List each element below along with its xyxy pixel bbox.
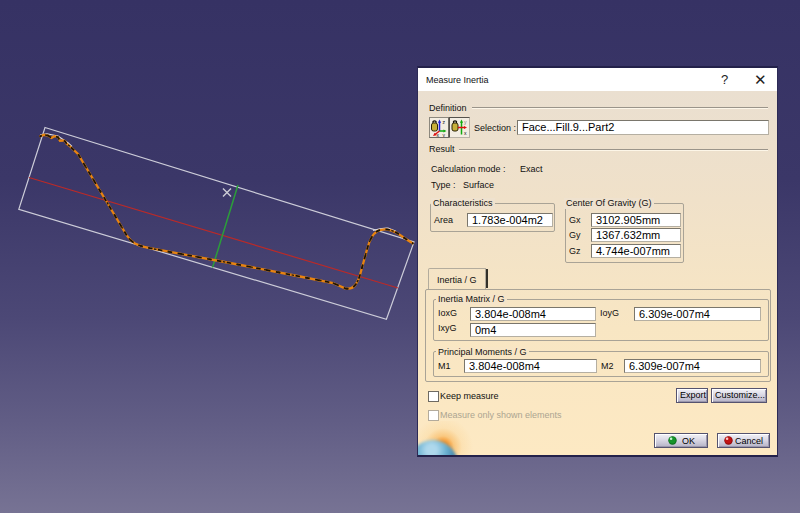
svg-text:y: y bbox=[464, 119, 467, 125]
svg-text:y: y bbox=[443, 132, 446, 138]
svg-text:z: z bbox=[443, 119, 446, 125]
svg-text:x: x bbox=[464, 130, 467, 136]
svg-text:x: x bbox=[437, 132, 440, 138]
